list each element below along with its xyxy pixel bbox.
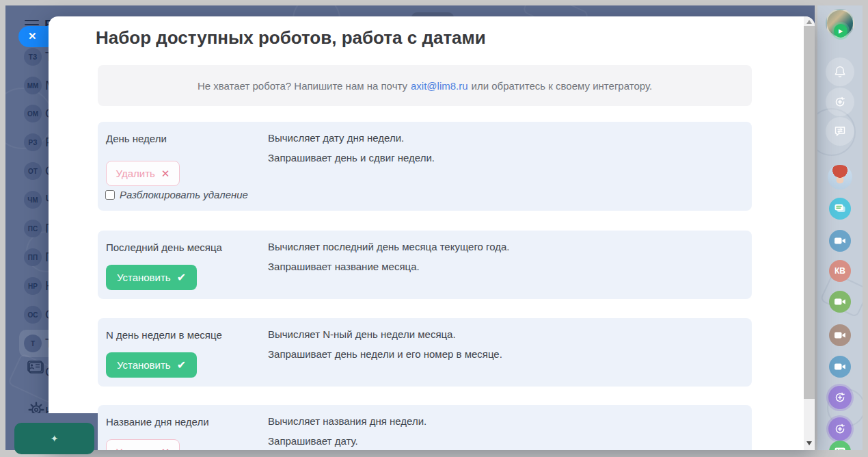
robot-card: День недели Вычисляет дату дня недели. З… xyxy=(98,122,752,211)
bell-icon xyxy=(833,65,847,79)
coin-refresh-icon xyxy=(833,95,847,109)
kv-badge-label: КВ xyxy=(835,266,845,276)
robot-desc-line: Запрашивает день недели и его номер в ме… xyxy=(268,344,502,364)
operator-avatar[interactable] xyxy=(828,165,852,190)
robot-card: N день недели в месяце Вычисляет N-ный д… xyxy=(98,318,752,387)
video-call-button[interactable] xyxy=(829,291,851,313)
robot-description: Вычисляет названия дня недели. Запрашива… xyxy=(268,411,426,450)
notifications-button[interactable] xyxy=(826,57,854,86)
contact-card-icon[interactable] xyxy=(26,359,45,378)
robot-desc-line: Вычисляет названия дня недели. xyxy=(268,411,426,431)
robot-desc-line: Вычисляет N-ный день недели месяца. xyxy=(268,324,502,344)
check-icon: ✔ xyxy=(177,271,186,284)
install-button-label: Установить xyxy=(117,359,171,371)
robot-desc-line: Запрашивает день и сдвиг недели. xyxy=(268,148,435,168)
delete-robot-button[interactable]: Удалить ✕ xyxy=(106,161,180,186)
notice-text-before: Не хватает робота? Напишите нам на почту xyxy=(198,80,407,92)
chats-button[interactable] xyxy=(829,198,851,220)
unlock-delete-label: Разблокировать удаление xyxy=(120,189,248,200)
video-call-button[interactable] xyxy=(829,356,851,378)
avatar: ПС xyxy=(24,220,42,237)
delete-button-label: Удалить xyxy=(116,168,155,179)
scroll-up-arrow[interactable] xyxy=(806,20,812,24)
robot-description: Вычисляет дату дня недели. Запрашивает д… xyxy=(268,128,435,168)
robot-description: Вычисляет последний день месяца текущего… xyxy=(268,237,510,276)
avatar: ОМ xyxy=(24,105,42,122)
balance-button[interactable] xyxy=(826,88,854,116)
notice-text-after: или обратитесь к своему интегратору. xyxy=(472,80,653,92)
robot-name: N день недели в месяце xyxy=(106,329,222,341)
page-title: Набор доступных роботов, работа с датами xyxy=(96,27,486,49)
unlock-delete-row: Разблокировать удаление xyxy=(105,189,248,200)
support-email-link[interactable]: axit@lim8.ru xyxy=(411,80,468,92)
install-button-label: Установить xyxy=(117,272,171,283)
notice-banner: Не хватает робота? Напишите нам на почту… xyxy=(98,65,752,106)
robot-description: Вычисляет N-ный день недели месяца. Запр… xyxy=(268,324,502,364)
video-call-button[interactable] xyxy=(829,324,851,346)
check-icon: ✔ xyxy=(177,358,186,371)
dialog-transfer-button[interactable] xyxy=(826,117,854,146)
chat-bubbles-icon xyxy=(833,203,847,215)
robot-card: Название дня недели Вычисляет названия д… xyxy=(98,405,752,450)
coin-refresh-icon xyxy=(833,391,847,404)
sidebar-footer: ✦ xyxy=(5,413,98,450)
x-icon: ✕ xyxy=(161,168,170,180)
robot-desc-line: Запрашивает название месяца. xyxy=(268,257,510,276)
robots-modal: Набор доступных роботов, работа с датами… xyxy=(49,16,815,450)
x-icon: ✕ xyxy=(161,446,170,451)
robot-desc-line: Вычисляет последний день месяца текущего… xyxy=(268,237,510,257)
scrollbar-thumb[interactable] xyxy=(804,26,815,399)
widget-screen-icon xyxy=(833,446,847,450)
avatar: ПП xyxy=(24,248,42,266)
play-badge-icon[interactable]: ▶ xyxy=(834,24,847,38)
avatar: ОС xyxy=(24,306,42,324)
play-icon: ▶ xyxy=(839,28,843,34)
modal-scrollbar[interactable] xyxy=(804,16,815,450)
avatar: ОТ xyxy=(24,162,42,180)
avatar: Т xyxy=(24,335,42,352)
unlock-delete-checkbox[interactable] xyxy=(105,190,115,200)
avatar: РЗ xyxy=(24,133,42,151)
upgrade-button[interactable]: ✦ xyxy=(14,423,94,454)
delete-button-label: Удалить xyxy=(116,446,155,450)
robot-card: Последний день месяца Вычисляет последни… xyxy=(98,231,752,299)
sparkle-icon: ✦ xyxy=(51,433,59,444)
video-camera-icon xyxy=(834,297,846,306)
avatar: ТЗ xyxy=(24,48,42,66)
robot-desc-line: Запрашивает дату. xyxy=(268,431,426,450)
scroll-down-arrow[interactable] xyxy=(806,441,812,445)
video-camera-icon xyxy=(834,330,846,340)
robot-desc-line: Вычисляет дату дня недели. xyxy=(268,128,435,148)
install-robot-button[interactable]: Установить ✔ xyxy=(106,265,197,290)
video-call-button[interactable] xyxy=(829,230,851,252)
install-robot-button[interactable]: Установить ✔ xyxy=(106,352,197,378)
widget-button[interactable] xyxy=(829,441,851,450)
kv-contact-badge[interactable]: КВ xyxy=(829,260,851,282)
close-icon: ✕ xyxy=(28,30,37,42)
delete-robot-button[interactable]: Удалить ✕ xyxy=(106,439,180,450)
bonus-button[interactable] xyxy=(828,417,852,441)
video-camera-icon xyxy=(834,236,846,246)
bonus-button[interactable] xyxy=(828,386,852,409)
robot-name: День недели xyxy=(106,133,167,144)
avatar: НР xyxy=(24,277,42,295)
right-rail: ▶ xyxy=(817,5,863,450)
robot-name: Название дня недели xyxy=(106,416,209,428)
avatar: ЧМ xyxy=(24,191,42,209)
avatar: ММ xyxy=(24,77,42,94)
robot-name: Последний день месяца xyxy=(106,241,222,253)
chat-swap-icon xyxy=(833,125,847,138)
video-camera-icon xyxy=(834,362,846,371)
coin-refresh-icon xyxy=(833,422,847,436)
